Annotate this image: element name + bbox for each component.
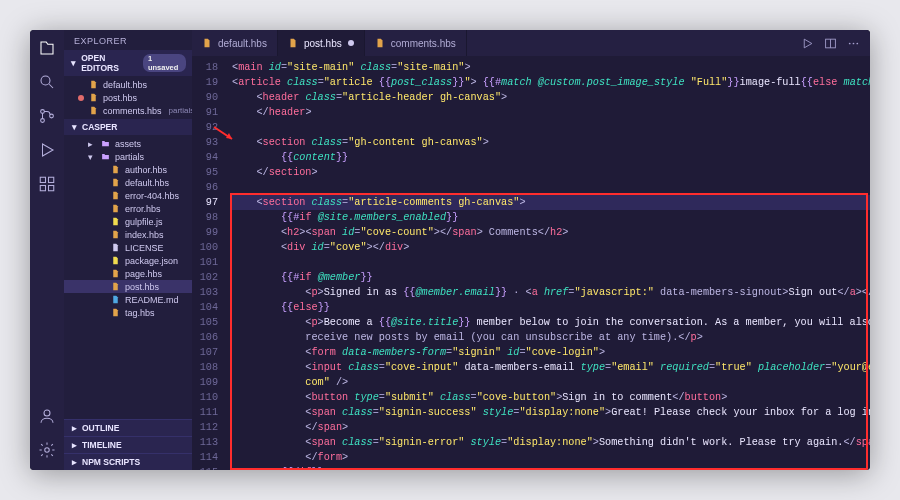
file-item[interactable]: error-404.hbs xyxy=(64,189,192,202)
line-number: 115 xyxy=(192,465,218,470)
file-icon xyxy=(89,93,98,102)
more-actions-icon[interactable] xyxy=(847,37,860,50)
outline-label: OUTLINE xyxy=(82,423,119,433)
code-line[interactable]: <article class="article {{post_class}}">… xyxy=(232,75,870,90)
path-hint: partials xyxy=(169,106,192,115)
line-number: 18 xyxy=(192,60,218,75)
code-line[interactable]: {{content}} xyxy=(232,150,870,165)
code-line[interactable] xyxy=(232,255,870,270)
line-number: 95 xyxy=(192,165,218,180)
code-line[interactable]: <h2><span id="cove-count"></span> Commen… xyxy=(232,225,870,240)
source-control-icon[interactable] xyxy=(37,106,57,126)
code-line[interactable]: <main id="site-main" class="site-main"> xyxy=(232,60,870,75)
line-number: 109 xyxy=(192,375,218,390)
account-icon[interactable] xyxy=(37,406,57,426)
file-item[interactable]: gulpfile.js xyxy=(64,215,192,228)
code-line[interactable]: <span class="signin-error" style="displa… xyxy=(232,435,870,450)
file-item[interactable]: README.md xyxy=(64,293,192,306)
code-line[interactable]: com" /> xyxy=(232,375,870,390)
code-line[interactable]: <p>Signed in as {{@member.email}} · <a h… xyxy=(232,285,870,300)
file-item[interactable]: index.hbs xyxy=(64,228,192,241)
editor-tab[interactable]: post.hbs xyxy=(278,30,365,56)
code-line[interactable]: {{#if @site.members_enabled}} xyxy=(232,210,870,225)
item-label: page.hbs xyxy=(125,269,162,279)
outline-section[interactable]: ▸ OUTLINE xyxy=(64,419,192,436)
code-line[interactable]: <input class="cove-input" data-members-e… xyxy=(232,360,870,375)
code-line[interactable] xyxy=(232,120,870,135)
line-number: 93 xyxy=(192,135,218,150)
file-icon xyxy=(111,295,120,304)
svg-rect-6 xyxy=(40,186,45,191)
file-item[interactable]: error.hbs xyxy=(64,202,192,215)
open-editor-item[interactable]: default.hbs xyxy=(64,78,192,91)
item-label: error.hbs xyxy=(125,204,161,214)
code-line[interactable]: <section class="gh-content gh-canvas"> xyxy=(232,135,870,150)
code-line[interactable]: </header> xyxy=(232,105,870,120)
code-line[interactable]: <form data-members-form="signin" id="cov… xyxy=(232,345,870,360)
workspace-section[interactable]: ▾ CASPER xyxy=(64,119,192,135)
file-item[interactable]: tag.hbs xyxy=(64,306,192,319)
code-line[interactable]: <header class="article-header gh-canvas"… xyxy=(232,90,870,105)
folder-item[interactable]: ▾partials xyxy=(64,150,192,163)
file-label: post.hbs xyxy=(103,93,137,103)
file-item[interactable]: page.hbs xyxy=(64,267,192,280)
file-icon xyxy=(111,204,120,213)
editor-tab[interactable]: comments.hbs xyxy=(365,30,467,56)
file-item[interactable]: default.hbs xyxy=(64,176,192,189)
code-line[interactable]: {{/if}} xyxy=(232,465,870,470)
file-icon xyxy=(111,256,120,265)
extensions-icon[interactable] xyxy=(37,174,57,194)
workspace-tree: ▸assets▾partialsauthor.hbsdefault.hbserr… xyxy=(64,135,192,321)
code-line[interactable]: </form> xyxy=(232,450,870,465)
editor-actions xyxy=(791,30,870,56)
line-number: 112 xyxy=(192,420,218,435)
folder-icon xyxy=(101,152,110,161)
open-editors-section[interactable]: ▾ OPEN EDITORS 1 unsaved xyxy=(64,50,192,76)
file-icon xyxy=(89,106,98,115)
item-label: partials xyxy=(115,152,144,162)
file-item[interactable]: package.json xyxy=(64,254,192,267)
item-label: post.hbs xyxy=(125,282,159,292)
code-editor[interactable]: 1819909192939495969798991001011021031041… xyxy=(192,56,870,470)
file-icon xyxy=(375,38,385,48)
vscode-window: EXPLORER ▾ OPEN EDITORS 1 unsaved defaul… xyxy=(30,30,870,470)
code-line[interactable]: <button type="submit" class="cove-button… xyxy=(232,390,870,405)
code-line[interactable]: <p>Become a {{@site.title}} member below… xyxy=(232,315,870,330)
file-icon xyxy=(111,308,120,317)
open-editor-item[interactable]: post.hbs xyxy=(64,91,192,104)
file-label: comments.hbs xyxy=(103,106,162,116)
code-line[interactable] xyxy=(232,180,870,195)
code-lines[interactable]: <main id="site-main" class="site-main"><… xyxy=(226,56,870,470)
code-line[interactable]: receive new posts by email (you can unsu… xyxy=(232,330,870,345)
modified-dot-icon xyxy=(78,108,84,114)
split-editor-icon[interactable] xyxy=(824,37,837,50)
search-icon[interactable] xyxy=(37,72,57,92)
code-line[interactable]: <div id="cove"></div> xyxy=(232,240,870,255)
code-line[interactable]: {{#if @member}} xyxy=(232,270,870,285)
code-line[interactable]: </span> xyxy=(232,420,870,435)
svg-point-13 xyxy=(856,42,858,44)
settings-gear-icon[interactable] xyxy=(37,440,57,460)
file-item[interactable]: LICENSE xyxy=(64,241,192,254)
editor-tab[interactable]: default.hbs xyxy=(192,30,278,56)
npm-scripts-section[interactable]: ▸ NPM SCRIPTS xyxy=(64,453,192,470)
item-label: README.md xyxy=(125,295,179,305)
item-label: assets xyxy=(115,139,141,149)
run-debug-icon[interactable] xyxy=(37,140,57,160)
folder-item[interactable]: ▸assets xyxy=(64,137,192,150)
open-editor-item[interactable]: comments.hbspartials xyxy=(64,104,192,117)
file-item[interactable]: post.hbs xyxy=(64,280,192,293)
code-line[interactable]: <section class="article-comments gh-canv… xyxy=(232,195,870,210)
file-icon xyxy=(111,217,120,226)
explorer-icon[interactable] xyxy=(37,38,57,58)
file-item[interactable]: author.hbs xyxy=(64,163,192,176)
code-line[interactable]: {{else}} xyxy=(232,300,870,315)
file-icon xyxy=(111,243,120,252)
line-number: 90 xyxy=(192,90,218,105)
run-icon[interactable] xyxy=(801,37,814,50)
open-editors-tree: default.hbspost.hbscomments.hbspartials xyxy=(64,76,192,119)
timeline-section[interactable]: ▸ TIMELINE xyxy=(64,436,192,453)
code-line[interactable]: </section> xyxy=(232,165,870,180)
activity-bar xyxy=(30,30,64,470)
code-line[interactable]: <span class="signin-success" style="disp… xyxy=(232,405,870,420)
